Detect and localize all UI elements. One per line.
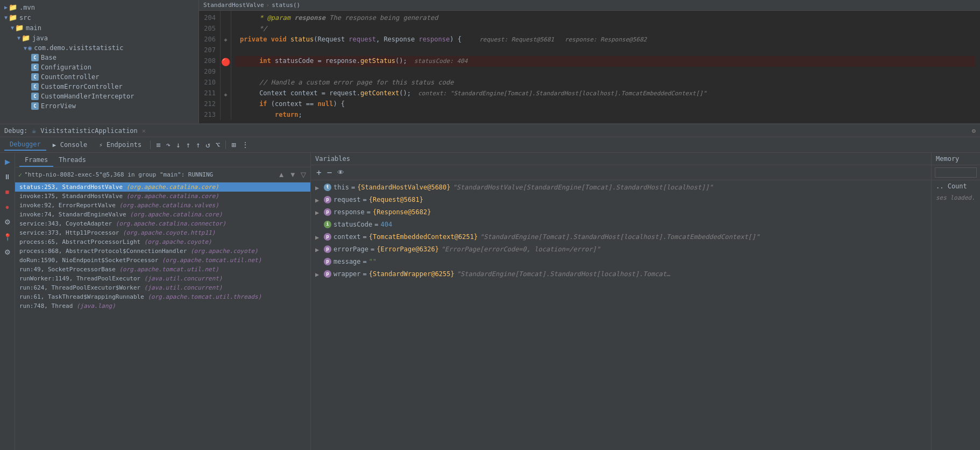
- toolbar-btn-run-cursor[interactable]: ↑: [194, 139, 202, 150]
- pin-btn[interactable]: 📍: [1, 230, 14, 243]
- memory-header: Memory: [932, 153, 980, 165]
- count-label: .. Count: [932, 180, 980, 192]
- breakpoint-gutter[interactable]: ◆ 🔴 ◆: [221, 11, 231, 120]
- toolbar-btn-cols[interactable]: ⋮: [239, 139, 251, 150]
- tree-label-src: src: [19, 14, 31, 22]
- toolbar-btn-step-out[interactable]: ↑: [183, 139, 192, 150]
- tree-label-mvn: .mvn: [19, 4, 35, 11]
- frame-item-12[interactable]: run:61, TaskThread$WrappingRunnable (org…: [15, 292, 310, 301]
- var-item-response[interactable]: ▶ p response = {Response@5682}: [311, 206, 931, 219]
- var-expand-wrapper[interactable]: ▶: [315, 270, 322, 279]
- resume-btn[interactable]: ▶: [1, 155, 14, 168]
- tab-debugger[interactable]: Debugger: [4, 139, 46, 151]
- var-icon-statuscode: i: [324, 221, 331, 228]
- settings-btn[interactable]: ⚙: [1, 215, 14, 228]
- tree-item-customerrorcontroller[interactable]: C CustomErrorController: [0, 82, 198, 92]
- variables-panel: Variables + − 👁 ▶ t this = {StandardHost…: [311, 153, 932, 450]
- tree-label-base: Base: [41, 54, 56, 61]
- code-line-213: return;: [236, 110, 976, 120]
- code-content: 204 205 206 207 208 209 210 211 212 213 …: [199, 11, 980, 120]
- frames-tab-threads[interactable]: Threads: [53, 154, 91, 167]
- tree-label-configuration: Configuration: [41, 64, 91, 71]
- debug-panel: Debug: ☕ VisitstatisticApplication ✕ ⚙ D…: [0, 124, 980, 450]
- thread-selector[interactable]: ✓ "http-nio-8082-exec-5"@5,368 in group …: [15, 167, 310, 182]
- var-view-btn[interactable]: 👁: [335, 167, 346, 178]
- tree-item-countcontroller[interactable]: C CountController: [0, 72, 198, 82]
- memory-search[interactable]: [932, 165, 980, 180]
- frame-item-2[interactable]: invoke:92, ErrorReportValve (org.apache.…: [15, 201, 310, 210]
- tree-label-errorview: ErrorView: [41, 102, 76, 110]
- frame-item-7[interactable]: process:868, AbstractProtocol$Connection…: [15, 247, 310, 256]
- more-btn[interactable]: ⚙: [1, 245, 14, 258]
- var-expand-context[interactable]: ▶: [315, 233, 322, 242]
- var-expand-this[interactable]: ▶: [315, 183, 322, 193]
- var-item-context[interactable]: ▶ p context = {TomcatEmbeddedContext@625…: [311, 231, 931, 243]
- frame-item-11[interactable]: run:624, ThreadPoolExecutor$Worker (java…: [15, 283, 310, 292]
- memory-panel: Memory .. Count ses loaded.: [932, 153, 980, 450]
- frame-item-5[interactable]: service:373, Http11Processor (org.apache…: [15, 228, 310, 237]
- toolbar-separator-1: [150, 140, 151, 149]
- var-icon-this: t: [324, 184, 331, 191]
- stop-btn[interactable]: ■: [1, 185, 14, 198]
- toolbar-btn-step-over[interactable]: ↷: [164, 139, 173, 150]
- tab-console[interactable]: ▶ Console: [47, 139, 93, 150]
- var-expand-response[interactable]: ▶: [315, 208, 322, 217]
- var-item-this[interactable]: ▶ t this = {StandardHostValve@5680} "Sta…: [311, 181, 931, 194]
- var-item-errorpage[interactable]: ▶ p errorPage = {ErrorPage@6326} "ErrorP…: [311, 243, 931, 256]
- pause-btn[interactable]: ⏸: [1, 170, 14, 183]
- toolbar-btn-list[interactable]: ≡: [154, 139, 162, 150]
- frame-item-8[interactable]: doRun:1590, NioEndpoint$SocketProcessor …: [15, 256, 310, 265]
- memory-search-input[interactable]: [935, 167, 977, 178]
- tree-label-customhandlerinterceptor: CustomHandlerInterceptor: [41, 93, 134, 100]
- toolbar-btn-step-into[interactable]: ↓: [174, 139, 182, 150]
- code-line-204: * @param response The response being gen…: [236, 13, 976, 24]
- tree-arrow-java: ▼: [17, 35, 20, 41]
- class-icon-base: C: [31, 54, 39, 61]
- tree-item-src[interactable]: ▼ 📁 src: [0, 12, 198, 23]
- tree-item-package[interactable]: ▼ ◉ com.demo.visitstatistic: [0, 43, 198, 53]
- frame-item-10[interactable]: runWorker:1149, ThreadPoolExecutor (java…: [15, 274, 310, 283]
- toolbar-btn-eval[interactable]: ⌥: [214, 139, 222, 150]
- thread-name: "http-nio-8082-exec-5"@5,368 in group "m…: [24, 171, 274, 178]
- var-item-wrapper[interactable]: ▶ p wrapper = {StandardWrapper@6255} "St…: [311, 268, 931, 280]
- breadcrumb-standardhostvalve[interactable]: StandardHostValve: [203, 2, 264, 9]
- debug-settings-icon[interactable]: ⚙: [972, 127, 976, 135]
- var-item-statuscode[interactable]: ▶ i statusCode = 404: [311, 219, 931, 231]
- tree-item-configuration[interactable]: C Configuration: [0, 62, 198, 72]
- var-expand-request[interactable]: ▶: [315, 195, 322, 205]
- frame-item-3[interactable]: invoke:74, StandardEngineValve (org.apac…: [15, 210, 310, 219]
- frame-item-6[interactable]: process:65, AbstractProcessorLight (org.…: [15, 237, 310, 247]
- breadcrumb-status[interactable]: status(): [272, 2, 300, 9]
- thread-scroll-up[interactable]: ▲: [277, 170, 286, 180]
- tree-item-mvn[interactable]: ▶ 📁 .mvn: [0, 2, 198, 12]
- thread-filter[interactable]: ▽: [300, 170, 307, 180]
- debug-close-btn[interactable]: ✕: [142, 127, 146, 135]
- variables-header: Variables: [311, 153, 931, 165]
- var-item-message[interactable]: ▶ p message = "": [311, 256, 931, 268]
- var-add-btn[interactable]: +: [314, 166, 324, 179]
- tree-item-errorview[interactable]: C ErrorView: [0, 101, 198, 111]
- frame-item-13[interactable]: run:748, Thread (java.lang): [15, 301, 310, 311]
- frame-item-1[interactable]: invoke:175, StandardHostValve (org.apach…: [15, 192, 310, 201]
- variables-list: ▶ t this = {StandardHostValve@5680} "Sta…: [311, 180, 931, 450]
- var-icon-context: p: [324, 233, 331, 241]
- var-item-request[interactable]: ▶ p request = {Request@5681}: [311, 194, 931, 206]
- mute-breakpoints-btn[interactable]: ●: [1, 200, 14, 213]
- debug-app-name[interactable]: VisitstatisticApplication: [40, 127, 138, 135]
- frames-tab-frames[interactable]: Frames: [19, 154, 53, 167]
- tree-item-customhandlerinterceptor[interactable]: C CustomHandlerInterceptor: [0, 92, 198, 101]
- tree-item-main[interactable]: ▼ 📁 main: [0, 23, 198, 33]
- line-numbers: 204 205 206 207 208 209 210 211 212 213: [199, 11, 221, 120]
- tree-item-java[interactable]: ▼ 📁 java: [0, 33, 198, 43]
- var-expand-errorpage[interactable]: ▶: [315, 245, 322, 255]
- tree-item-base[interactable]: C Base: [0, 53, 198, 62]
- thread-scroll-down[interactable]: ▼: [288, 170, 297, 180]
- tab-endpoints[interactable]: ⚡ Endpoints: [94, 139, 147, 150]
- toolbar-btn-reset[interactable]: ↺: [203, 139, 212, 150]
- frame-item-0[interactable]: status:253, StandardHostValve (org.apach…: [15, 182, 310, 192]
- frame-item-4[interactable]: service:343, CoyoteAdapter (org.apache.c…: [15, 219, 310, 228]
- toolbar-btn-grid[interactable]: ⊞: [229, 139, 238, 150]
- var-minus-btn[interactable]: −: [325, 166, 335, 179]
- frame-item-9[interactable]: run:49, SocketProcessorBase (org.apache.…: [15, 265, 310, 274]
- code-line-212: if (context == null) {: [236, 99, 976, 110]
